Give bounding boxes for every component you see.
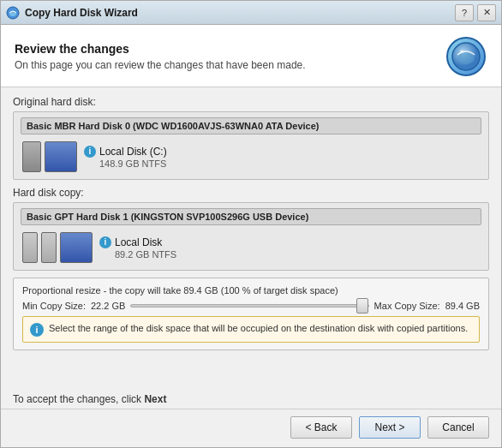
header-text: Review the changes On this page you can … xyxy=(15,42,445,71)
title-bar: Copy Hard Disk Wizard ? ✕ xyxy=(1,1,501,25)
title-bar-buttons: ? ✕ xyxy=(455,4,496,21)
window-title: Copy Hard Disk Wizard xyxy=(25,7,455,19)
copy-disk-label: Hard disk copy: xyxy=(13,187,489,199)
back-button[interactable]: < Back xyxy=(290,416,352,439)
resize-slider[interactable] xyxy=(130,304,368,308)
header-title: Review the changes xyxy=(15,42,445,56)
max-value: 89.4 GB xyxy=(445,301,480,311)
copy-partition-name-row: i Local Disk xyxy=(99,236,176,248)
header-section: Review the changes On this page you can … xyxy=(1,25,501,87)
original-disk-group: Basic MBR Hard Disk 0 (WDC WD1600AVJS-63… xyxy=(13,111,489,180)
footer-text-before: To accept the changes, click xyxy=(13,393,144,405)
info-box-text: Select the range of the disk space that … xyxy=(49,322,468,335)
content-area: Review the changes On this page you can … xyxy=(1,25,501,447)
copy-partition-name: Local Disk xyxy=(115,236,162,248)
copy-partition-system1 xyxy=(22,232,38,263)
max-label: Max Copy Size: xyxy=(374,301,440,311)
footer-text: To accept the changes, click Next xyxy=(1,386,501,409)
copy-partition-main xyxy=(60,232,93,263)
copy-disk-partitions: i Local Disk 89.2 GB NTFS xyxy=(21,230,481,265)
help-button[interactable]: ? xyxy=(455,4,474,21)
original-disk-header: Basic MBR Hard Disk 0 (WDC WD1600AVJS-63… xyxy=(21,117,481,134)
window-icon xyxy=(6,6,20,20)
header-image xyxy=(445,35,487,78)
header-subtitle: On this page you can review the changes … xyxy=(15,59,445,71)
svg-point-4 xyxy=(460,50,463,53)
button-bar: < Back Next > Cancel xyxy=(1,409,501,447)
info-box-icon: i xyxy=(30,323,44,337)
original-partition-size: 148.9 GB NTFS xyxy=(99,158,167,169)
resize-section: Proportional resize - the copy will take… xyxy=(13,278,489,350)
min-label: Min Copy Size: xyxy=(22,301,86,311)
copy-partition-system2 xyxy=(41,232,57,263)
resize-title: Proportional resize - the copy will take… xyxy=(22,285,480,296)
original-partition-name: Local Disk (C:) xyxy=(99,146,167,158)
resize-slider-row: Min Copy Size: 22.2 GB Max Copy Size: 89… xyxy=(22,301,480,311)
original-partition-main xyxy=(45,141,77,172)
close-button[interactable]: ✕ xyxy=(477,4,496,21)
copy-disk-header: Basic GPT Hard Disk 1 (KINGSTON SVP100S2… xyxy=(21,208,481,225)
svg-point-3 xyxy=(457,52,475,64)
copy-partition-info: i Local Disk 89.2 GB NTFS xyxy=(99,236,176,260)
copy-info-icon: i xyxy=(99,236,111,248)
original-partition-info: i Local Disk (C:) 148.9 GB NTFS xyxy=(84,146,167,169)
wizard-icon xyxy=(446,37,486,76)
original-partition-system xyxy=(22,141,41,172)
cancel-button[interactable]: Cancel xyxy=(427,416,489,439)
original-disk-label: Original hard disk: xyxy=(13,96,489,108)
min-value: 22.2 GB xyxy=(91,301,125,311)
copy-partition-size: 89.2 GB NTFS xyxy=(115,249,176,260)
main-content: Original hard disk: Basic MBR Hard Disk … xyxy=(1,87,501,386)
original-info-icon: i xyxy=(84,146,96,158)
footer-text-bold: Next xyxy=(144,393,166,405)
next-button[interactable]: Next > xyxy=(359,416,421,439)
original-partition-name-row: i Local Disk (C:) xyxy=(84,146,167,158)
wizard-window: Copy Hard Disk Wizard ? ✕ Review the cha… xyxy=(0,0,502,448)
copy-disk-group: Basic GPT Hard Disk 1 (KINGSTON SVP100S2… xyxy=(13,202,489,271)
info-box: i Select the range of the disk space tha… xyxy=(22,316,480,343)
slider-thumb[interactable] xyxy=(356,298,368,314)
original-disk-partitions: i Local Disk (C:) 148.9 GB NTFS xyxy=(21,140,481,174)
